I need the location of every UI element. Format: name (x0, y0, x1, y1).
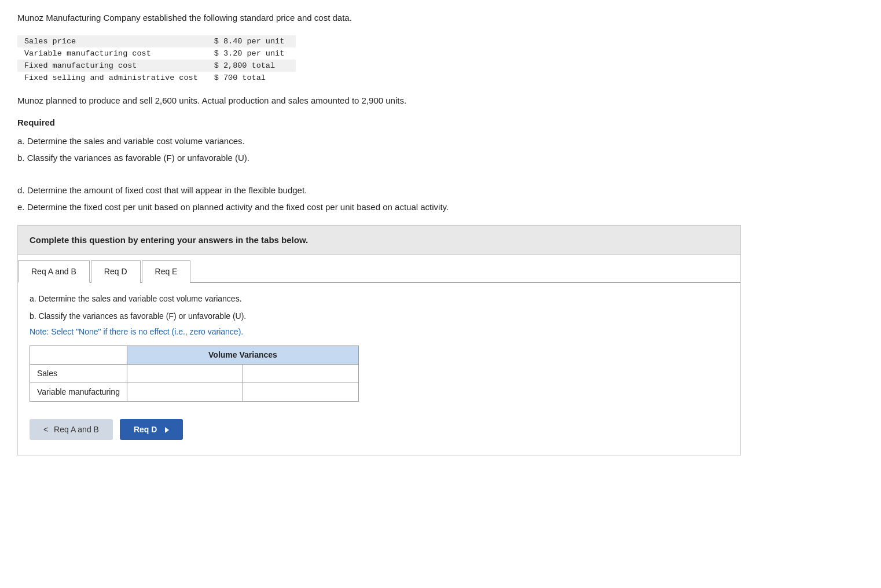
cost-value: $ 3.20 per unit (210, 47, 296, 60)
table-header-spacer (30, 346, 127, 364)
instruction-text: Complete this question by entering your … (30, 235, 308, 245)
required-header: Required (17, 117, 741, 127)
next-arrow-icon (163, 425, 169, 434)
variance-input-type[interactable] (243, 383, 358, 401)
tabs-container: Req A and B Req D Req E a. Determine the… (17, 255, 741, 455)
next-button-label: Req D (134, 425, 157, 434)
prev-button[interactable]: < Req A and B (30, 419, 113, 440)
volume-variances-header: Volume Variances (127, 346, 358, 364)
prev-button-label: Req A and B (54, 425, 99, 434)
cost-label: Fixed selling and administrative cost (17, 72, 210, 84)
cost-label: Variable manufacturing cost (17, 47, 210, 60)
req-b: b. Classify the variances as favorable (… (17, 150, 741, 166)
variance-input-amount[interactable] (127, 383, 243, 401)
cost-label: Sales price (17, 35, 210, 47)
req-a: a. Determine the sales and variable cost… (17, 133, 741, 149)
production-text: Munoz planned to produce and sell 2,600 … (17, 94, 741, 108)
cost-data-row: Fixed selling and administrative cost$ 7… (17, 72, 296, 84)
bottom-nav: < Req A and B Req D (30, 413, 729, 446)
variance-amount-field[interactable] (134, 387, 236, 398)
variance-row: Variable manufacturing (30, 383, 359, 401)
cost-value: $ 2,800 total (210, 60, 296, 72)
tab-content-req-ab: a. Determine the sales and variable cost… (18, 283, 740, 455)
variance-amount-field[interactable] (134, 368, 236, 379)
volume-variance-table: Volume Variances SalesVariable manufactu… (30, 346, 359, 402)
tabs-bar: Req A and B Req D Req E (18, 255, 740, 283)
variance-row-label: Variable manufacturing (30, 383, 127, 401)
next-button[interactable]: Req D (120, 419, 183, 440)
requirements-list: a. Determine the sales and variable cost… (17, 133, 741, 215)
intro-text: Munoz Manufacturing Company established … (17, 12, 741, 25)
cost-data-row: Fixed manufacturing cost$ 2,800 total (17, 60, 296, 72)
tab-req-d[interactable]: Req D (91, 260, 141, 283)
instruction-box: Complete this question by entering your … (17, 225, 741, 255)
req-d: d. Determine the amount of fixed cost th… (17, 182, 741, 198)
variance-row: Sales (30, 364, 359, 383)
tab-req-ab[interactable]: Req A and B (18, 260, 90, 283)
prev-arrow-icon: < (43, 425, 48, 434)
tab-req-e[interactable]: Req E (142, 260, 191, 283)
cost-value: $ 8.40 per unit (210, 35, 296, 47)
tab-note: Note: Select "None" if there is no effec… (30, 327, 729, 336)
cost-data-row: Sales price$ 8.40 per unit (17, 35, 296, 47)
variance-type-field[interactable] (250, 387, 351, 398)
variance-row-label: Sales (30, 364, 127, 383)
variance-type-field[interactable] (250, 368, 351, 379)
cost-data-row: Variable manufacturing cost$ 3.20 per un… (17, 47, 296, 60)
req-e: e. Determine the fixed cost per unit bas… (17, 199, 741, 215)
variance-input-type[interactable] (243, 364, 358, 383)
tab-desc-a: a. Determine the sales and variable cost… (30, 292, 729, 306)
cost-label: Fixed manufacturing cost (17, 60, 210, 72)
cost-data-table: Sales price$ 8.40 per unitVariable manuf… (17, 35, 296, 84)
tab-desc-b: b. Classify the variances as favorable (… (30, 310, 729, 324)
cost-value: $ 700 total (210, 72, 296, 84)
variance-input-amount[interactable] (127, 364, 243, 383)
